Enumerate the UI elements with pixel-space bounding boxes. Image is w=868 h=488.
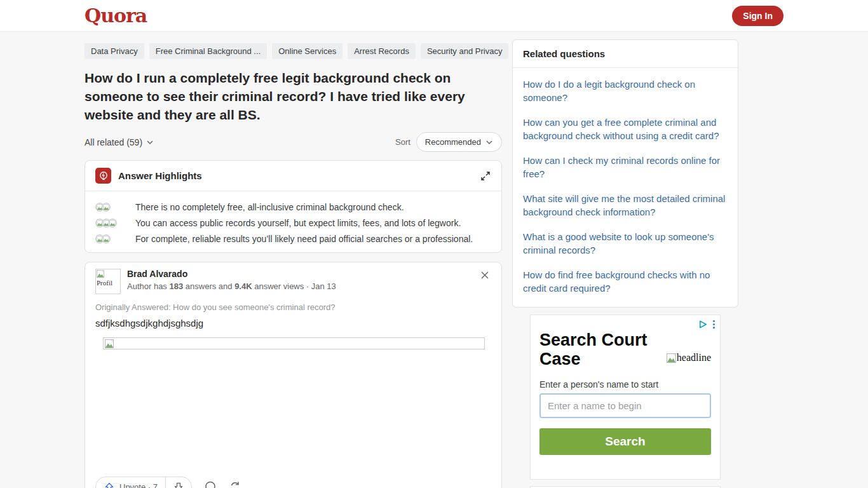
author-info: Brad Alvarado Author has 183 answers and… [127, 269, 336, 291]
broken-image-icon [667, 353, 676, 363]
answer-highlights-title: Answer Highlights [118, 170, 202, 181]
page-content: Data Privacy Free Criminal Background ..… [85, 32, 738, 488]
avatar [102, 203, 111, 212]
sort-dropdown[interactable]: Recommended [416, 132, 502, 152]
related-question-link[interactable]: What is a good website to look up someon… [513, 224, 738, 262]
downvote-button[interactable] [166, 477, 191, 488]
topic-tag[interactable]: Arrest Records [348, 43, 416, 59]
ad-controls [698, 320, 715, 329]
question-title: How do I run a completely free legit bac… [85, 69, 502, 124]
avatar [108, 219, 117, 227]
broken-image-icon [97, 270, 104, 278]
answer-header: Profil Brad Alvarado Author has 183 answ… [95, 269, 491, 294]
related-questions-list: How do I do a legit background check on … [513, 68, 738, 307]
answers-count: 183 [170, 281, 184, 291]
sort-label: Sort [395, 137, 410, 147]
ad-search-button[interactable]: Search [539, 428, 711, 455]
all-related-dropdown[interactable]: All related (59) [85, 137, 154, 147]
answer-text: sdfjksdhgsdjkghdjsghsdjg [95, 318, 491, 329]
avatar-cluster [95, 219, 126, 227]
highlight-text: There is no completely free, all-inclusi… [135, 202, 404, 212]
chevron-down-icon [146, 139, 154, 146]
answer-actions: Upvote · 7 [95, 477, 491, 488]
all-related-label: All related (59) [85, 137, 142, 147]
answer-highlights-header: Answer Highlights [85, 161, 501, 191]
meta-text: answer views · Jan 13 [252, 281, 336, 291]
downvote-icon [173, 481, 184, 488]
broken-image-icon [105, 339, 114, 348]
quora-logo[interactable]: Quora [85, 4, 147, 27]
avatar-cluster [95, 234, 126, 243]
views-count: 9.4K [234, 281, 252, 291]
ad-headline[interactable]: Search Court Case [539, 330, 657, 369]
author-name[interactable]: Brad Alvarado [127, 269, 336, 279]
answer-highlights-card: Answer Highlights There is no completely… [85, 160, 502, 253]
answer-broken-image [103, 337, 485, 349]
avatar [102, 234, 111, 243]
top-navigation-bar: Quora Sign In [0, 0, 868, 32]
related-questions-card: Related questions How do I do a legit ba… [512, 39, 738, 308]
related-question-link[interactable]: How can you get a free complete criminal… [513, 110, 738, 148]
answers-controls: All related (59) Sort Recommended [85, 132, 502, 152]
sort-value: Recommended [425, 137, 481, 147]
highlight-row: You can access public records yourself, … [95, 218, 491, 228]
related-question-link[interactable]: What site will give me the most detailed… [513, 186, 738, 224]
highlight-text: For complete, reliable results you’ll li… [135, 234, 473, 244]
originally-answered: Originally Answered: How do you see some… [95, 302, 491, 312]
name-search-input[interactable] [539, 393, 711, 418]
highlight-row: There is no completely free, all-inclusi… [95, 202, 491, 212]
expand-icon[interactable] [480, 170, 491, 182]
ad-input-label: Enter a person's name to start [539, 379, 711, 390]
repost-icon [229, 480, 241, 488]
upvote-icon [104, 481, 115, 488]
highlight-row: For complete, reliable results you’ll li… [95, 234, 491, 244]
answer-highlights-body: There is no completely free, all-inclusi… [85, 191, 501, 252]
chevron-down-icon [485, 139, 493, 146]
sidebar: Related questions How do I do a legit ba… [512, 32, 738, 488]
main-column: Data Privacy Free Criminal Background ..… [85, 32, 502, 488]
topic-tags: Data Privacy Free Criminal Background ..… [85, 43, 502, 59]
related-question-link[interactable]: How do find free background checks with … [513, 262, 738, 301]
related-question-link[interactable]: How do I do a legit background check on … [513, 72, 738, 110]
answer-card: Profil Brad Alvarado Author has 183 answ… [85, 262, 502, 488]
ad-image-alt-text: headline [677, 352, 711, 363]
topic-tag[interactable]: Security and Privacy [421, 43, 509, 59]
ad-card-search-court-case: Search Court Case headline Enter a perso… [530, 315, 721, 480]
avatar-alt-text: Profil [97, 279, 119, 287]
author-meta: Author has 183 answers and 9.4K answer v… [127, 281, 336, 291]
ad-broken-image: headline [667, 347, 711, 369]
repost-button[interactable] [229, 480, 241, 488]
ad-header-row: Search Court Case headline [539, 330, 711, 369]
ad-menu-dots-icon[interactable] [712, 320, 715, 329]
sign-in-button[interactable]: Sign In [732, 6, 783, 26]
avatar-cluster [95, 203, 126, 212]
meta-text: answers and [183, 281, 234, 291]
lightbulb-icon [95, 168, 111, 184]
sort-controls: Sort Recommended [395, 132, 502, 152]
vote-pill: Upvote · 7 [95, 477, 192, 488]
related-questions-title: Related questions [513, 40, 738, 68]
highlight-text: You can access public records yourself, … [135, 218, 461, 228]
close-icon[interactable] [478, 269, 491, 281]
comment-button[interactable] [204, 480, 217, 488]
related-question-link[interactable]: How can I check my criminal records onli… [513, 148, 738, 186]
author-avatar[interactable]: Profil [95, 269, 121, 294]
topic-tag[interactable]: Free Criminal Background ... [149, 43, 267, 59]
topic-tag[interactable]: Online Services [272, 43, 342, 59]
adchoices-icon[interactable] [698, 320, 708, 329]
upvote-label: Upvote · 7 [119, 482, 158, 488]
comment-icon [204, 480, 217, 488]
meta-text: Author has [127, 281, 170, 291]
topic-tag[interactable]: Data Privacy [85, 43, 144, 59]
upvote-button[interactable]: Upvote · 7 [96, 477, 165, 488]
